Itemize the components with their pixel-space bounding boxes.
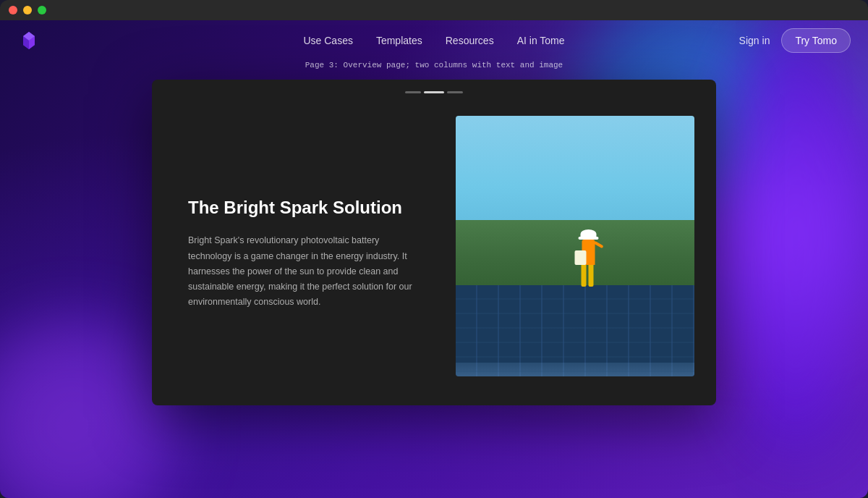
try-tome-button[interactable]: Try Tomo bbox=[781, 28, 851, 53]
nav-templates[interactable]: Templates bbox=[365, 29, 434, 52]
nav-resources[interactable]: Resources bbox=[434, 29, 506, 52]
slide-image-column bbox=[448, 109, 716, 384]
slide-navigation bbox=[405, 91, 463, 93]
close-button[interactable] bbox=[9, 6, 17, 14]
page-indicator: Page 3: Overview page; two columns with … bbox=[305, 61, 563, 69]
tome-logo-icon bbox=[17, 29, 41, 52]
slide-dot-3[interactable] bbox=[447, 91, 463, 93]
panel-reflection bbox=[456, 363, 694, 376]
solar-panels bbox=[456, 285, 694, 376]
slide-body-text: Bright Spark's revolutionary photovoltai… bbox=[188, 233, 420, 310]
navbar-center: Use Cases Templates Resources AI in Tome bbox=[292, 29, 576, 52]
slide-text-column: The Bright Spark Solution Bright Spark's… bbox=[152, 109, 448, 384]
presentation-window: The Bright Spark Solution Bright Spark's… bbox=[152, 80, 716, 405]
worker-figure bbox=[572, 229, 605, 298]
nav-use-cases[interactable]: Use Cases bbox=[292, 29, 364, 52]
worker-body bbox=[582, 240, 595, 265]
maximize-button[interactable] bbox=[38, 6, 46, 14]
worker-leg-left bbox=[581, 265, 586, 287]
slide-title: The Bright Spark Solution bbox=[188, 196, 420, 219]
bg-blob-3 bbox=[723, 20, 868, 455]
sign-in-button[interactable]: Sign in bbox=[739, 35, 770, 46]
worker-legs bbox=[581, 265, 595, 287]
navbar: Use Cases Templates Resources AI in Tome… bbox=[0, 20, 868, 61]
worker-clipboard bbox=[574, 250, 586, 265]
slide-dot-2[interactable] bbox=[424, 91, 444, 93]
nav-ai-in-tome[interactable]: AI in Tome bbox=[506, 29, 576, 52]
solar-panel-image bbox=[456, 116, 694, 376]
minimize-button[interactable] bbox=[23, 6, 32, 14]
slide-content: The Bright Spark Solution Bright Spark's… bbox=[152, 80, 716, 405]
slide-dot-1[interactable] bbox=[405, 91, 421, 93]
logo[interactable] bbox=[17, 29, 41, 52]
browser-window: Use Cases Templates Resources AI in Tome… bbox=[0, 0, 868, 498]
worker-leg-right bbox=[588, 265, 593, 287]
navbar-right: Sign in Try Tomo bbox=[739, 28, 851, 53]
worker-hat bbox=[580, 229, 596, 238]
titlebar bbox=[0, 0, 868, 20]
